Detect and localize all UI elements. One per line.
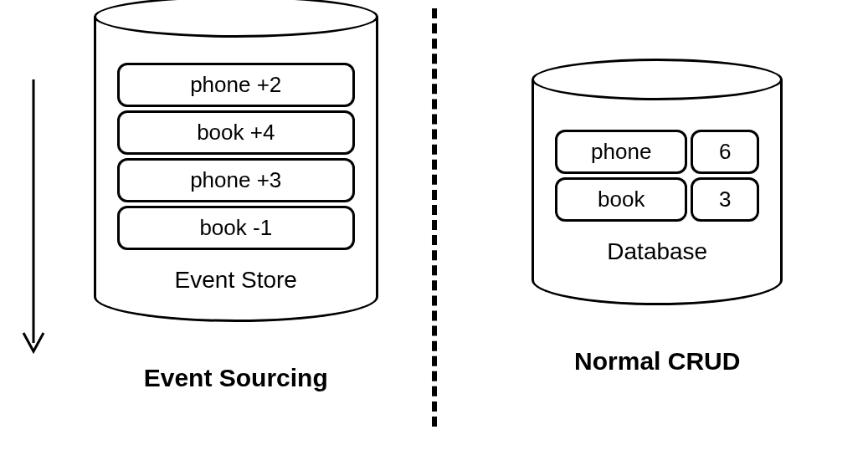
diagram-container: phone +2 book +4 phone +3 book -1 Event … — [0, 0, 868, 450]
event-row: book -1 — [117, 206, 355, 250]
event-store-label: Event Store — [175, 267, 297, 294]
event-store-content: phone +2 book +4 phone +3 book -1 Event … — [96, 63, 376, 294]
vertical-divider — [432, 8, 437, 427]
event-row: phone +2 — [117, 63, 355, 107]
crud-cell-name: phone — [555, 130, 687, 174]
event-store-cylinder: phone +2 book +4 phone +3 book -1 Event … — [94, 17, 378, 322]
crud-row: phone 6 — [555, 130, 759, 174]
cylinder-top-ellipse — [94, 0, 378, 38]
database-content: phone 6 book 3 Database — [534, 130, 780, 265]
crud-row: book 3 — [555, 177, 759, 222]
normal-crud-title: Normal CRUD — [574, 347, 740, 376]
event-row: book +4 — [117, 110, 355, 155]
cylinder-top-ellipse — [532, 59, 783, 100]
event-sourcing-panel: phone +2 book +4 phone +3 book -1 Event … — [0, 17, 447, 392]
timeline-arrow-icon — [21, 79, 46, 355]
database-cylinder: phone 6 book 3 Database — [532, 79, 783, 305]
crud-cell-name: book — [555, 177, 687, 222]
database-label: Database — [607, 238, 707, 265]
crud-cell-value: 3 — [691, 177, 759, 222]
crud-cell-value: 6 — [691, 130, 759, 174]
normal-crud-panel: phone 6 book 3 Database Normal CRUD — [447, 17, 869, 376]
event-row: phone +3 — [117, 158, 355, 202]
event-sourcing-title: Event Sourcing — [144, 364, 328, 392]
